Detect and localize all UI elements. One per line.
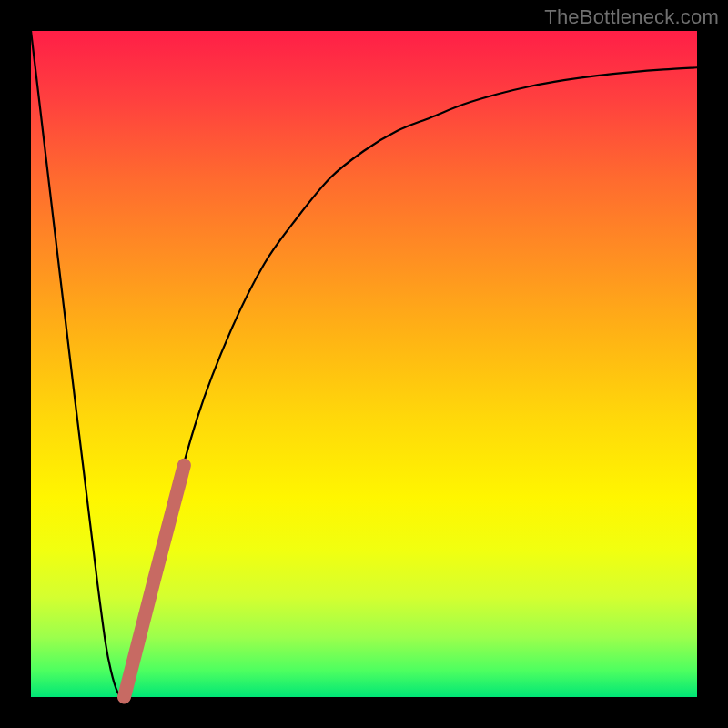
- bottleneck-curve: [31, 31, 697, 698]
- highlight-band: [124, 465, 184, 697]
- plot-area: [31, 31, 697, 697]
- watermark-text: TheBottleneck.com: [544, 5, 719, 29]
- curve-svg: [31, 31, 697, 697]
- chart-frame: TheBottleneck.com: [0, 0, 728, 728]
